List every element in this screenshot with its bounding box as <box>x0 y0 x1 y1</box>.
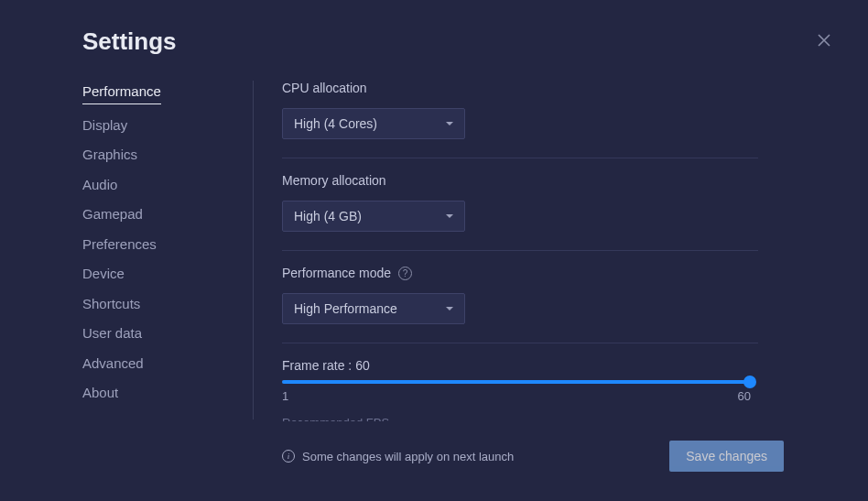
chevron-down-icon <box>446 122 453 125</box>
fps-hint-title: Recommended FPS <box>282 416 758 421</box>
performance-mode-label-text: Performance mode <box>282 266 391 280</box>
info-icon: i <box>282 450 295 463</box>
settings-content: CPU allocation High (4 Cores) Memory all… <box>282 81 758 421</box>
slider-max: 60 <box>738 389 751 403</box>
performance-mode-dropdown[interactable]: High Performance <box>282 293 465 324</box>
performance-mode-value: High Performance <box>294 301 397 316</box>
chevron-down-icon <box>446 307 453 310</box>
slider-fill <box>282 380 751 384</box>
sidebar-item-gamepad[interactable]: Gamepad <box>82 205 238 223</box>
sidebar-item-graphics[interactable]: Graphics <box>82 146 238 164</box>
performance-mode-label: Performance mode ? <box>282 266 758 280</box>
sidebar-item-advanced[interactable]: Advanced <box>82 354 238 373</box>
slider-range-labels: 1 60 <box>282 389 751 403</box>
footer-note-text: Some changes will apply on next launch <box>302 450 514 463</box>
memory-allocation-value: High (4 GB) <box>294 209 362 223</box>
sidebar-item-device[interactable]: Device <box>82 265 238 283</box>
performance-mode-section: Performance mode ? High Performance <box>282 266 758 343</box>
slider-min: 1 <box>282 389 288 403</box>
sidebar-item-performance[interactable]: Performance <box>82 82 161 104</box>
frame-rate-slider[interactable] <box>282 380 751 384</box>
cpu-allocation-label: CPU allocation <box>282 81 758 95</box>
close-icon <box>817 33 831 48</box>
cpu-allocation-section: CPU allocation High (4 Cores) <box>282 81 758 158</box>
sidebar-item-display[interactable]: Display <box>82 116 238 135</box>
sidebar-item-shortcuts[interactable]: Shortcuts <box>82 295 238 313</box>
memory-allocation-label: Memory allocation <box>282 173 758 188</box>
memory-allocation-dropdown[interactable]: High (4 GB) <box>282 201 465 232</box>
page-title: Settings <box>82 27 177 56</box>
sidebar-item-audio[interactable]: Audio <box>82 176 238 194</box>
slider-thumb[interactable] <box>743 376 756 388</box>
chevron-down-icon <box>446 214 453 218</box>
frame-rate-label: Frame rate : 60 <box>282 358 758 373</box>
frame-rate-section: Frame rate : 60 1 60 Recommended FPS Pla… <box>282 358 758 421</box>
sidebar-item-user-data[interactable]: User data <box>82 324 238 343</box>
footer-note: i Some changes will apply on next launch <box>282 450 514 463</box>
vertical-divider <box>253 81 254 419</box>
save-changes-button[interactable]: Save changes <box>669 441 784 472</box>
cpu-allocation-dropdown[interactable]: High (4 Cores) <box>282 108 465 139</box>
sidebar-item-preferences[interactable]: Preferences <box>82 235 238 254</box>
footer: i Some changes will apply on next launch… <box>282 441 784 472</box>
memory-allocation-section: Memory allocation High (4 GB) <box>282 173 758 251</box>
sidebar-item-about[interactable]: About <box>82 384 238 402</box>
settings-sidebar: Performance Display Graphics Audio Gamep… <box>82 82 238 402</box>
cpu-allocation-value: High (4 Cores) <box>294 116 377 131</box>
close-button[interactable] <box>817 33 831 48</box>
help-icon[interactable]: ? <box>398 267 412 280</box>
